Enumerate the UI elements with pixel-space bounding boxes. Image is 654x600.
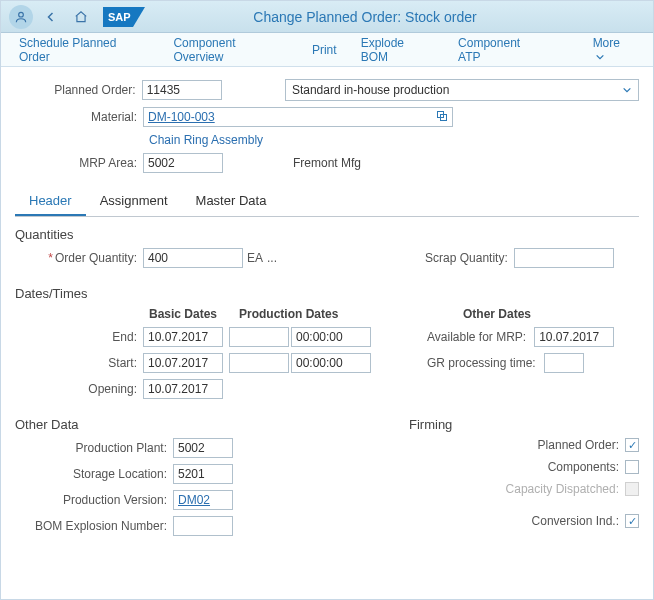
- more-label: More: [593, 36, 620, 50]
- conversion-indicator-label: Conversion Ind.:: [532, 514, 619, 528]
- datestimes-section-title: Dates/Times: [15, 286, 639, 301]
- explode-bom-action[interactable]: Explode BOM: [361, 36, 434, 64]
- order-quantity-field[interactable]: [143, 248, 243, 268]
- basic-dates-header: Basic Dates: [149, 307, 239, 321]
- order-quantity-ellipsis[interactable]: ...: [267, 251, 277, 265]
- tabbar: Header Assignment Master Data: [15, 187, 639, 217]
- value-help-icon[interactable]: [436, 110, 448, 125]
- component-overview-action[interactable]: Component Overview: [173, 36, 288, 64]
- storage-location-label: Storage Location:: [15, 467, 173, 481]
- bom-explosion-number-label: BOM Explosion Number:: [15, 519, 173, 533]
- firming-planned-order-label: Planned Order:: [538, 438, 619, 452]
- material-field[interactable]: DM-100-003: [143, 107, 453, 127]
- actionbar: Schedule Planned Order Component Overvie…: [1, 33, 653, 67]
- schedule-planned-order-action[interactable]: Schedule Planned Order: [19, 36, 149, 64]
- start-prod-time-field[interactable]: [291, 353, 371, 373]
- opening-basic-date-field[interactable]: [143, 379, 223, 399]
- available-for-mrp-field[interactable]: [534, 327, 614, 347]
- more-menu[interactable]: More: [593, 36, 635, 64]
- firming-planned-order-checkbox[interactable]: [625, 438, 639, 452]
- end-prod-time-field[interactable]: [291, 327, 371, 347]
- other-data-section-title: Other Data: [15, 417, 409, 432]
- firming-capacity-dispatched-checkbox: [625, 482, 639, 496]
- scrap-quantity-field[interactable]: [514, 248, 614, 268]
- tab-assignment[interactable]: Assignment: [86, 187, 182, 216]
- end-prod-date-field[interactable]: [229, 327, 289, 347]
- svg-text:SAP: SAP: [108, 11, 131, 23]
- opening-date-label: Opening:: [15, 382, 143, 396]
- production-plant-label: Production Plant:: [15, 441, 173, 455]
- start-prod-date-field[interactable]: [229, 353, 289, 373]
- chevron-down-icon: [595, 52, 605, 62]
- component-atp-action[interactable]: Component ATP: [458, 36, 545, 64]
- production-dates-header: Production Dates: [239, 307, 389, 321]
- home-icon[interactable]: [69, 5, 93, 29]
- titlebar: SAP Change Planned Order: Stock order: [1, 1, 653, 33]
- production-version-label: Production Version:: [15, 493, 173, 507]
- quantities-section-title: Quantities: [15, 227, 639, 242]
- production-version-value[interactable]: DM02: [178, 493, 210, 507]
- sap-logo: SAP: [103, 7, 145, 27]
- page-title: Change Planned Order: Stock order: [145, 9, 645, 25]
- user-avatar-icon[interactable]: [9, 5, 33, 29]
- start-date-label: Start:: [15, 356, 143, 370]
- available-for-mrp-label: Available for MRP:: [427, 330, 526, 344]
- print-action[interactable]: Print: [312, 43, 337, 57]
- material-label: Material:: [15, 110, 143, 124]
- scrap-quantity-label: Scrap Quantity:: [425, 251, 508, 265]
- end-date-label: End:: [15, 330, 143, 344]
- order-type-dropdown[interactable]: Standard in-house production: [285, 79, 639, 101]
- back-icon[interactable]: [39, 5, 63, 29]
- content: Planned Order: Standard in-house product…: [1, 67, 653, 550]
- mrp-area-label: MRP Area:: [15, 156, 143, 170]
- mrp-area-description: Fremont Mfg: [293, 156, 361, 170]
- tab-header[interactable]: Header: [15, 187, 86, 216]
- order-type-value: Standard in-house production: [292, 83, 449, 97]
- material-value[interactable]: DM-100-003: [148, 110, 215, 124]
- end-basic-date-field[interactable]: [143, 327, 223, 347]
- gr-processing-time-label: GR processing time:: [427, 356, 536, 370]
- firming-section-title: Firming: [409, 417, 639, 432]
- gr-processing-time-field[interactable]: [544, 353, 584, 373]
- firming-capacity-dispatched-label: Capacity Dispatched:: [506, 482, 619, 496]
- start-basic-date-field[interactable]: [143, 353, 223, 373]
- other-dates-header: Other Dates: [463, 307, 531, 321]
- tab-master-data[interactable]: Master Data: [182, 187, 281, 216]
- production-plant-field[interactable]: [173, 438, 233, 458]
- production-version-field[interactable]: DM02: [173, 490, 233, 510]
- svg-point-0: [19, 12, 24, 17]
- order-quantity-label: *Order Quantity:: [15, 251, 143, 265]
- chevron-down-icon: [622, 85, 632, 95]
- firming-components-checkbox[interactable]: [625, 460, 639, 474]
- conversion-indicator-checkbox[interactable]: [625, 514, 639, 528]
- planned-order-label: Planned Order:: [15, 83, 142, 97]
- bom-explosion-number-field[interactable]: [173, 516, 233, 536]
- material-description[interactable]: Chain Ring Assembly: [149, 133, 639, 147]
- order-quantity-unit: EA: [247, 251, 263, 265]
- mrp-area-field[interactable]: [143, 153, 223, 173]
- storage-location-field[interactable]: [173, 464, 233, 484]
- firming-components-label: Components:: [548, 460, 619, 474]
- planned-order-field[interactable]: [142, 80, 222, 100]
